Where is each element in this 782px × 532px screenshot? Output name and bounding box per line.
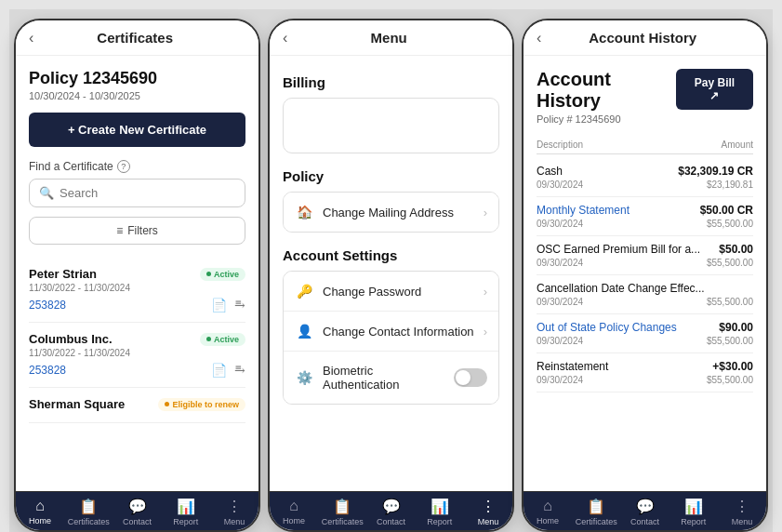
phone-menu: ‹ Menu Billing Policy 🏠 Change Mailing A… [268, 19, 514, 532]
nav-title-menu: Menu [297, 30, 481, 46]
menu-scroll: Billing Policy 🏠 Change Mailing Address … [270, 56, 512, 491]
arrow-icon-3: › [484, 325, 487, 339]
tab-bar-3: ⌂ Home 📋 Certificates 💬 Contact 📊 Report… [524, 491, 766, 530]
cert-item-0: Peter Strian Active 11/30/2022 - 11/30/2… [29, 258, 245, 323]
home-icon-2: ⌂ [289, 498, 298, 514]
change-contact-item[interactable]: 👤 Change Contact Information › [284, 312, 498, 352]
report-icon-1: 📊 [177, 498, 195, 515]
policy-dates: 10/30/2024 - 10/30/2025 [29, 90, 245, 101]
account-history-title: Account History [537, 69, 676, 112]
status-badge-0: Active [200, 268, 245, 281]
phone-account-history: ‹ Account History Account History Policy… [522, 19, 768, 532]
person-icon: 👤 [295, 324, 313, 339]
expand-icon-1[interactable]: ⥱ [234, 363, 245, 378]
certificates-icon-3: 📋 [587, 498, 605, 515]
history-row-2: OSC Earned Premium Bill for a... $50.00 … [537, 236, 753, 275]
account-settings-box: 🔑 Change Password › 👤 Change Contact Inf… [283, 271, 499, 405]
arrow-icon-2: › [484, 285, 487, 299]
tab-report-2[interactable]: 📊 Report [416, 498, 464, 526]
tab-home-3[interactable]: ⌂ Home [524, 498, 572, 526]
tab-report-1[interactable]: 📊 Report [162, 498, 210, 526]
account-policy-number: Policy # 12345690 [537, 113, 676, 125]
tab-report-3[interactable]: 📊 Report [669, 498, 718, 526]
billing-section-box [283, 98, 499, 153]
status-badge-1: Active [200, 333, 245, 346]
history-row-3: Cancellation Date Change Effec... 09/30/… [537, 275, 753, 314]
search-input[interactable] [60, 186, 235, 200]
out-of-state-link[interactable]: Out of State Policy Changes [537, 321, 677, 334]
col-description-label: Description [537, 140, 583, 150]
tab-certificates-1[interactable]: 📋 Certificates [64, 498, 113, 526]
contact-icon-2: 💬 [382, 498, 401, 515]
search-box: 🔍 [29, 179, 245, 207]
nav-bar-history: ‹ Account History [524, 20, 766, 56]
history-row-4: Out of State Policy Changes $90.00 09/30… [537, 314, 753, 353]
phone-certificates: ‹ Certificates Policy 12345690 10/30/202… [14, 19, 260, 532]
account-history-header: Account History Policy # 12345690 Pay Bi… [537, 69, 753, 125]
tab-contact-2[interactable]: 💬 Contact [366, 498, 415, 526]
filters-button[interactable]: ≡ Filters [29, 217, 245, 245]
status-badge-2: Eligible to renew [158, 398, 245, 411]
policy-title: Policy 12345690 [29, 69, 245, 88]
menu-content: Billing Policy 🏠 Change Mailing Address … [270, 56, 512, 491]
pay-bill-button[interactable]: Pay Bill ↗ [676, 69, 753, 110]
col-amount-label: Amount [722, 140, 753, 150]
tab-home-2[interactable]: ⌂ Home [270, 498, 318, 526]
account-settings-title: Account Settings [283, 247, 499, 263]
help-icon[interactable]: ? [117, 160, 130, 173]
history-content: Account History Policy # 12345690 Pay Bi… [524, 56, 766, 491]
tab-contact-3[interactable]: 💬 Contact [620, 498, 669, 526]
change-mailing-address-item[interactable]: 🏠 Change Mailing Address › [284, 193, 498, 232]
certificates-scroll: Policy 12345690 10/30/2024 - 10/30/2025 … [16, 56, 258, 491]
back-icon-history[interactable]: ‹ [537, 30, 541, 47]
tab-bar-1: ⌂ Home 📋 Certificates 💬 Contact 📊 Report… [16, 491, 258, 530]
toggle-knob [456, 370, 471, 385]
certificates-content: Policy 12345690 10/30/2024 - 10/30/2025 … [16, 56, 258, 491]
nav-bar-certificates: ‹ Certificates [16, 20, 258, 56]
home-icon-3: ⌂ [543, 498, 552, 514]
cert-item-2: Sherman Square Eligible to renew [29, 388, 245, 423]
arrow-icon-1: › [484, 206, 487, 219]
history-row-0: Cash $32,309.19 CR 09/30/2024 $23,190.81 [537, 158, 753, 197]
nav-title-certificates: Certificates [43, 30, 227, 46]
filter-icon: ≡ [116, 224, 123, 237]
back-icon-menu[interactable]: ‹ [283, 30, 287, 47]
search-icon: 🔍 [39, 186, 54, 200]
history-scroll: Account History Policy # 12345690 Pay Bi… [524, 56, 766, 491]
menu-icon-2: ⋮ [481, 498, 496, 515]
history-row-5: Reinstatement +$30.00 09/30/2024 $55,500… [537, 353, 753, 392]
history-header-row: Description Amount [537, 136, 753, 154]
doc-icon-1[interactable]: 📄 [211, 363, 227, 378]
tab-menu-1[interactable]: ⋮ Menu [210, 498, 258, 526]
home-menu-icon: 🏠 [295, 205, 313, 219]
contact-icon-3: 💬 [636, 498, 655, 515]
tab-menu-2[interactable]: ⋮ Menu [464, 498, 512, 526]
history-row-1: Monthly Statement $50.00 CR 09/30/2024 $… [537, 197, 753, 236]
biometric-auth-item[interactable]: ⚙️ Biometric Authentication [284, 352, 498, 404]
menu-icon-3: ⋮ [735, 498, 749, 515]
doc-icon-0[interactable]: 📄 [211, 298, 227, 313]
report-icon-2: 📊 [431, 498, 449, 515]
contact-icon-1: 💬 [128, 498, 147, 515]
tab-certificates-2[interactable]: 📋 Certificates [318, 498, 366, 526]
create-certificate-button[interactable]: + Create New Certificate [29, 113, 245, 147]
tab-contact-1[interactable]: 💬 Contact [113, 498, 161, 526]
back-icon[interactable]: ‹ [29, 30, 33, 47]
policy-section-box: 🏠 Change Mailing Address › [283, 192, 499, 233]
biometric-icon: ⚙️ [295, 370, 313, 385]
biometric-toggle[interactable] [454, 368, 487, 387]
nav-title-history: Account History [550, 30, 735, 46]
history-table: Description Amount Cash $32,309.19 CR 09… [537, 136, 753, 392]
tab-home-1[interactable]: ⌂ Home [16, 498, 64, 526]
tab-certificates-3[interactable]: 📋 Certificates [572, 498, 620, 526]
expand-icon-0[interactable]: ⥱ [234, 298, 245, 313]
report-icon-3: 📊 [684, 498, 703, 515]
change-password-item[interactable]: 🔑 Change Password › [284, 272, 498, 312]
find-cert-label: Find a Certificate ? [29, 160, 245, 173]
tab-menu-3[interactable]: ⋮ Menu [718, 498, 766, 526]
certificates-icon-2: 📋 [333, 498, 351, 515]
monthly-statement-link[interactable]: Monthly Statement [537, 204, 630, 217]
menu-icon-1: ⋮ [227, 498, 242, 515]
tab-bar-2: ⌂ Home 📋 Certificates 💬 Contact 📊 Report… [270, 491, 512, 530]
cert-item-1: Columbus Inc. Active 11/30/2022 - 11/30/… [29, 323, 245, 388]
